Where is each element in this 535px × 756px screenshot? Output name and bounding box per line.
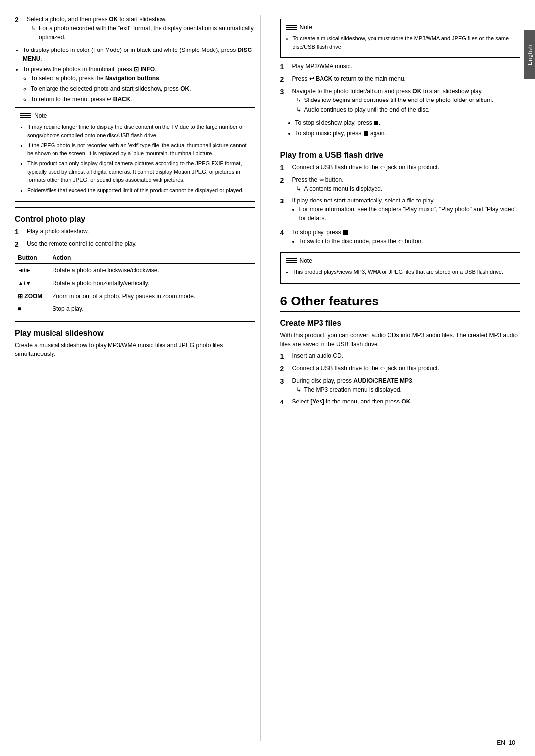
- step-2-num: 2: [15, 15, 23, 43]
- control-step-1: 1 Play a photo slideshow.: [15, 227, 255, 237]
- usb-step-1-num: 1: [280, 163, 288, 173]
- sidebar-tab: English: [524, 30, 535, 79]
- table-row: ◄/► Rotate a photo anti-clockwise/clockw…: [15, 264, 255, 277]
- step-2-sub-text: For a photo recorded with the "exif'' fo…: [39, 24, 255, 42]
- table-col-button: Button: [15, 252, 50, 264]
- table-cell-action-2: Rotate a photo horizontally/vertically.: [50, 277, 255, 290]
- usb-steps: 1 Connect a USB flash drive to the ⇦ jac…: [280, 163, 521, 249]
- usb-step-3-text: If play does not start automatically, se…: [292, 196, 521, 226]
- note-icon-line3: [286, 262, 297, 263]
- play-musical-desc: Create a musical slideshow to play MP3/W…: [15, 341, 255, 358]
- back-bold: ↩ BACK: [107, 96, 130, 102]
- usb-icon-2: ⇦: [319, 175, 324, 184]
- musical-sub-2-text: Audio continues to play until the end of…: [304, 105, 430, 114]
- step-2: 2 Select a photo, and then press OK to s…: [15, 15, 255, 43]
- divider-2: [15, 321, 255, 322]
- note-item-4: Folders/files that exceed the supported …: [27, 186, 250, 195]
- usb-step-4-sub: To switch to the disc mode, press the ⇦ …: [299, 237, 521, 246]
- note-box-right-top: Note To create a musical slideshow, you …: [280, 19, 521, 58]
- usb-step-1-text: Connect a USB flash drive to the ⇦ jack …: [292, 163, 521, 173]
- arrow-icon-4: ↳: [296, 184, 301, 193]
- musical-sub-2: ↳ Audio continues to play until the end …: [296, 105, 521, 114]
- note-header-left: Note: [20, 112, 250, 120]
- note-icon-line1: [286, 258, 297, 259]
- mp3-step-3: 3 During disc play, press AUDIO/CREATE M…: [280, 376, 521, 395]
- ok-bold-4: OK: [401, 398, 410, 405]
- note-icon-line1: [20, 113, 31, 114]
- note-item-usb: To create a musical slideshow, you must …: [293, 34, 515, 50]
- table-cell-action-3: Zoom in or out of a photo. Play pauses i…: [50, 290, 255, 302]
- info-sub-3: To return to the menu, press ↩ BACK.: [31, 95, 255, 103]
- note-usb-item-1: This product plays/views MP3, WMA or JPE…: [293, 268, 515, 276]
- musical-sub-1: ↳ Slideshow begins and continues till th…: [296, 96, 521, 104]
- mp3-step-4-text: Select [Yes] in the menu, and then press…: [292, 397, 521, 407]
- table-row: ▲/▼ Rotate a photo horizontally/vertical…: [15, 277, 255, 290]
- usb-step-3-sub: For more information, see the chapters "…: [299, 205, 521, 223]
- usb-icon-1: ⇦: [380, 163, 385, 172]
- note-icon-line1: [286, 25, 297, 26]
- info-sub-1: To select a photo, press the Navigation …: [31, 74, 255, 83]
- note-item-2: If the JPEG photo is not recorded with a…: [27, 141, 250, 157]
- note-icon-right-top: [286, 23, 297, 31]
- note-header-usb: Note: [286, 257, 515, 265]
- stop-icon-1: [374, 121, 378, 125]
- stop-icon-2: [364, 131, 368, 136]
- note-icon-left: [20, 112, 31, 120]
- disc-menu-bold: DISC MENU: [23, 47, 252, 62]
- note-header-right-top: Note: [286, 23, 515, 31]
- mp3-step-2: 2 Connect a USB flash drive to the ⇦ jac…: [280, 364, 521, 374]
- usb-step-4-text: To stop play, press . To switch to the d…: [292, 228, 521, 249]
- left-column: 2 Select a photo, and then press OK to s…: [15, 15, 261, 741]
- note-icon-line2: [20, 115, 31, 116]
- arrow-icon-5: ↳: [296, 385, 301, 394]
- table-cell-button-4: ■: [15, 302, 50, 315]
- en-label: EN: [497, 739, 505, 746]
- musical-step-1-num: 1: [280, 62, 288, 72]
- divider-1: [15, 207, 255, 208]
- mp3-step-2-text: Connect a USB flash drive to the ⇦ jack …: [292, 364, 521, 374]
- musical-step-3-num: 3: [280, 87, 288, 115]
- musical-step-1: 1 Play MP3/WMA music.: [280, 62, 521, 72]
- mp3-step-2-num: 2: [280, 364, 288, 374]
- note-item-3: This product can only display digital ca…: [27, 159, 250, 184]
- musical-sub-1-text: Slideshow begins and continues till the …: [304, 96, 494, 104]
- usb-step-3: 3 If play does not start automatically, …: [280, 196, 521, 226]
- stop-bullet-1: To stop slideshow play, press .: [295, 118, 521, 127]
- usb-step-2-sub-text: A contents menu is displayed.: [304, 184, 383, 193]
- page-num: 10: [509, 739, 515, 746]
- table-col-action: Action: [50, 252, 255, 264]
- note-icon-line2: [286, 260, 297, 261]
- control-photo-heading: Control photo play: [15, 215, 255, 224]
- stop-bullet-2: To stop music play, press again.: [295, 129, 521, 138]
- usb-step-4: 4 To stop play, press . To switch to the…: [280, 228, 521, 249]
- musical-steps: 1 Play MP3/WMA music. 2 Press ↩ BACK to …: [280, 62, 521, 115]
- usb-step-4-sub-item: To switch to the disc mode, press the ⇦ …: [299, 237, 521, 246]
- yes-bold: [Yes]: [310, 398, 324, 405]
- step-list-top: 2 Select a photo, and then press OK to s…: [15, 15, 255, 43]
- mp3-step-3-num: 3: [280, 376, 288, 395]
- usb-step-4-num: 4: [280, 228, 288, 249]
- usb-icon-4: ⇦: [380, 364, 385, 373]
- mp3-step-4: 4 Select [Yes] in the menu, and then pre…: [280, 397, 521, 407]
- page-number: EN 10: [497, 739, 515, 746]
- note-box-usb: Note This product plays/views MP3, WMA o…: [280, 252, 521, 284]
- note-icon-line3: [286, 29, 297, 30]
- control-steps: 1 Play a photo slideshow. 2 Use the remo…: [15, 227, 255, 250]
- usb-step-2: 2 Press the ⇦ button. ↳ A contents menu …: [280, 175, 521, 194]
- mp3-step-1-num: 1: [280, 352, 288, 362]
- note-label-left: Note: [34, 112, 47, 119]
- arrow-icon: ↳: [31, 24, 36, 42]
- arrow-icon-3: ↳: [296, 105, 301, 114]
- control-step-2: 2 Use the remote control to control the …: [15, 239, 255, 250]
- usb-step-3-num: 3: [280, 196, 288, 226]
- table-row: ■ Stop a play.: [15, 302, 255, 315]
- usb-step-2-sub: ↳ A contents menu is displayed.: [296, 184, 521, 193]
- divider-3: [280, 144, 521, 144]
- info-sub-list: To select a photo, press the Navigation …: [31, 74, 255, 103]
- mp3-step-1-text: Insert an audio CD.: [292, 352, 521, 362]
- table-cell-action-1: Rotate a photo anti-clockwise/clockwise.: [50, 264, 255, 277]
- usb-step-1: 1 Connect a USB flash drive to the ⇦ jac…: [280, 163, 521, 173]
- stop-icon-3: [343, 230, 348, 235]
- usb-step-2-text: Press the ⇦ button. ↳ A contents menu is…: [292, 175, 521, 194]
- table-row: ⊞ ZOOM Zoom in or out of a photo. Play p…: [15, 290, 255, 302]
